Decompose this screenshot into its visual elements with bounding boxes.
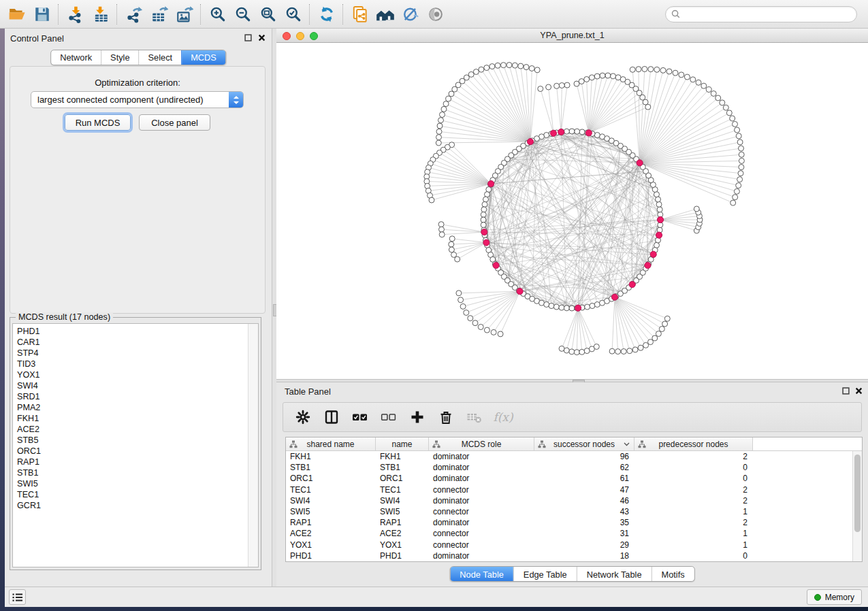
graph-leaf-node[interactable] — [534, 67, 540, 73]
table-cell[interactable]: PHD1 — [286, 551, 376, 561]
graph-node[interactable] — [544, 302, 549, 308]
table-cell[interactable]: 46 — [534, 496, 634, 506]
graph-leaf-node[interactable] — [429, 197, 434, 203]
tab-node-table[interactable]: Node Table — [450, 567, 513, 582]
graph-leaf-node[interactable] — [690, 77, 696, 82]
graph-leaf-node[interactable] — [524, 65, 529, 70]
ndex-button[interactable] — [372, 3, 398, 26]
graph-leaf-node[interactable] — [605, 73, 611, 78]
eye-button[interactable] — [423, 3, 448, 26]
table-cell[interactable]: 1 — [634, 507, 753, 516]
graph-node[interactable] — [564, 306, 569, 311]
graph-leaf-node[interactable] — [739, 165, 744, 170]
table-cell[interactable]: connector — [429, 529, 534, 538]
graph-leaf-node[interactable] — [438, 222, 444, 227]
graph-node[interactable] — [553, 304, 559, 310]
create-column-button[interactable] — [408, 408, 426, 426]
table-cell[interactable]: 47 — [534, 485, 634, 495]
table-cell[interactable]: connector — [429, 485, 534, 495]
list-item[interactable]: RAP1 — [13, 457, 248, 467]
graph-node[interactable] — [579, 129, 585, 135]
graph-leaf-node[interactable] — [701, 83, 707, 88]
table-cell[interactable]: SWI4 — [286, 496, 376, 506]
mcds-node[interactable] — [629, 282, 635, 288]
table-cell[interactable]: ACE2 — [376, 529, 429, 538]
graph-leaf-node[interactable] — [726, 110, 732, 116]
graph-leaf-node[interactable] — [615, 349, 621, 354]
graph-node[interactable] — [564, 129, 569, 134]
graph-leaf-node[interactable] — [464, 310, 469, 316]
graph-leaf-node[interactable] — [694, 206, 699, 212]
mcds-node[interactable] — [585, 130, 592, 136]
table-cell[interactable]: TEC1 — [286, 485, 376, 495]
graph-leaf-node[interactable] — [455, 257, 460, 262]
graph-leaf-node[interactable] — [507, 63, 512, 68]
table-row[interactable]: STB1STB1dominator620 — [286, 462, 852, 473]
graph-leaf-node[interactable] — [696, 80, 701, 85]
task-history-button[interactable] — [9, 589, 26, 605]
graph-leaf-node[interactable] — [443, 101, 449, 107]
list-item[interactable]: FKH1 — [13, 413, 248, 424]
scrollbar-thumb[interactable] — [854, 455, 861, 532]
table-cell[interactable]: dominator — [429, 518, 534, 527]
zoom-fit-button[interactable] — [255, 3, 280, 26]
mcds-node[interactable] — [527, 139, 533, 145]
graph-leaf-node[interactable] — [569, 349, 575, 354]
table-cell[interactable]: 0 — [634, 463, 753, 472]
table-cell[interactable]: 29 — [534, 540, 634, 550]
graph-leaf-node[interactable] — [491, 329, 496, 335]
graph-leaf-node[interactable] — [643, 342, 649, 348]
graph-leaf-node[interactable] — [458, 297, 464, 303]
list-item[interactable]: STP4 — [13, 348, 248, 359]
table-cell[interactable]: 96 — [534, 452, 634, 461]
delete-table-button[interactable] — [466, 408, 483, 426]
hide-glyph-button[interactable] — [398, 3, 423, 26]
graph-leaf-node[interactable] — [501, 63, 507, 68]
graph-leaf-node[interactable] — [736, 183, 741, 188]
table-cell[interactable]: RAP1 — [376, 518, 429, 527]
graph-leaf-node[interactable] — [632, 347, 638, 352]
graph-leaf-node[interactable] — [733, 121, 738, 127]
import-table-button[interactable] — [88, 3, 113, 26]
graph-leaf-node[interactable] — [738, 171, 743, 176]
graph-leaf-node[interactable] — [589, 75, 594, 80]
mcds-node[interactable] — [493, 262, 499, 268]
export-image-button[interactable] — [172, 3, 197, 26]
table-cell[interactable]: 18 — [534, 551, 634, 561]
zoom-in-button[interactable] — [205, 3, 230, 26]
graph-leaf-node[interactable] — [468, 71, 474, 77]
table-cell[interactable]: 43 — [534, 507, 634, 516]
graph-leaf-node[interactable] — [730, 200, 736, 205]
table-row[interactable]: YOX1YOX1connector291 — [286, 540, 852, 550]
graph-node[interactable] — [559, 305, 564, 310]
mcds-node[interactable] — [575, 305, 581, 311]
graph-leaf-node[interactable] — [662, 321, 668, 327]
import-network-button[interactable] — [63, 3, 88, 26]
delete-column-button[interactable] — [437, 408, 455, 426]
graph-node[interactable] — [485, 192, 490, 197]
graph-node[interactable] — [585, 304, 590, 310]
table-cell[interactable]: dominator — [429, 496, 534, 506]
table-cell[interactable]: PHD1 — [376, 551, 429, 561]
table-cell[interactable]: YOX1 — [376, 540, 429, 550]
mcds-list-scrollbar[interactable] — [248, 324, 258, 567]
search-input[interactable] — [684, 9, 851, 20]
table-scrollbar[interactable] — [852, 451, 862, 561]
graph-leaf-node[interactable] — [723, 105, 728, 110]
list-item[interactable]: YOX1 — [13, 369, 248, 380]
list-item[interactable]: TID3 — [13, 359, 248, 369]
table-row[interactable]: TEC1TEC1connector472 — [286, 484, 852, 495]
graph-leaf-node[interactable] — [594, 344, 599, 350]
graph-leaf-node[interactable] — [706, 87, 711, 93]
graph-leaf-node[interactable] — [737, 139, 743, 145]
graph-leaf-node[interactable] — [489, 64, 495, 69]
graph-leaf-node[interactable] — [439, 227, 445, 232]
table-cell[interactable]: TEC1 — [376, 485, 429, 495]
list-item[interactable]: GCR1 — [13, 500, 248, 511]
graph-leaf-node[interactable] — [484, 327, 489, 333]
graph-node[interactable] — [656, 197, 661, 202]
graph-leaf-node[interactable] — [611, 73, 616, 79]
graph-node[interactable] — [657, 207, 662, 212]
function-builder-button[interactable]: f(x) — [494, 408, 512, 426]
graph-leaf-node[interactable] — [449, 247, 454, 252]
